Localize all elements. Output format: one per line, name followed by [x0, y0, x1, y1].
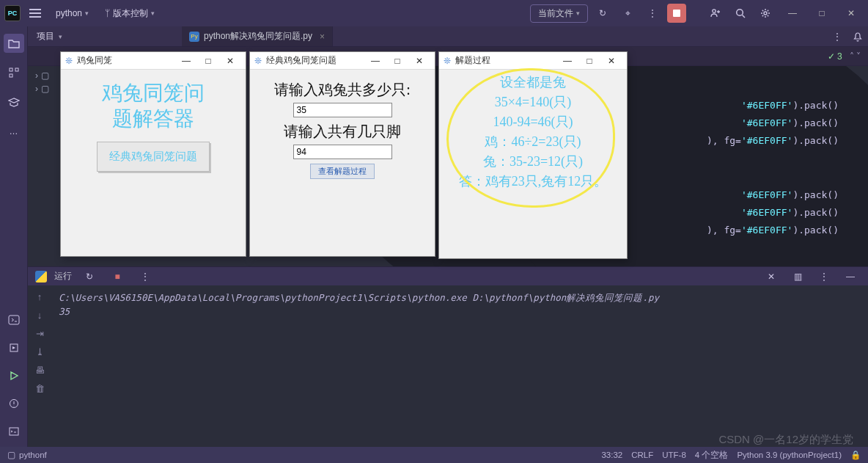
close-button[interactable]: ✕ — [600, 56, 622, 66]
left-tool-rail: … — [0, 26, 28, 447]
tk-window-title: 鸡兔同笼 — [77, 55, 112, 66]
vcs-menu[interactable]: ᛘ 版本控制▾ — [99, 4, 161, 23]
maximize-button[interactable]: □ — [578, 56, 600, 66]
tk-titlebar[interactable]: ❊ 解题过程 — □ ✕ — [439, 52, 627, 70]
close-run-icon[interactable]: ✕ — [761, 267, 781, 286]
notifications-icon[interactable] — [847, 27, 868, 46]
ide-titlebar: PC python▾ ᛘ 版本控制▾ 当前文件▾ ↻ ⌖ ⋮ — □ ✕ — [0, 0, 868, 26]
trash-icon[interactable]: 🗑 — [35, 383, 45, 394]
minimize-button[interactable]: — — [780, 8, 805, 18]
tk-feather-icon: ❊ — [444, 56, 451, 66]
layout-icon[interactable]: ▥ — [787, 267, 808, 286]
minimize-button[interactable]: — — [364, 56, 386, 66]
code-line: ), fg='#6EF0FF').pack() — [707, 135, 839, 146]
legs-count-label: 请输入共有几只脚 — [256, 122, 429, 142]
problems-icon[interactable] — [4, 394, 24, 413]
interpreter-info[interactable]: Python 3.9 (pythonProject1) — [737, 451, 842, 459]
tk-body: 设全都是兔 35×4=140(只) 140-94=46(只) 鸡：46÷2=23… — [439, 70, 627, 258]
stop-run-icon[interactable]: ■ — [107, 267, 128, 286]
tree-item[interactable]: ▢ — [41, 84, 49, 94]
maximize-button[interactable]: □ — [809, 8, 834, 18]
soft-wrap-icon[interactable]: ⇥ — [36, 328, 44, 339]
lock-icon[interactable]: 🔒 — [850, 450, 861, 460]
close-button[interactable]: ✕ — [408, 56, 430, 66]
search-icon[interactable] — [730, 4, 751, 23]
minimize-button[interactable]: — — [556, 56, 578, 66]
more-icon[interactable]: ⋮ — [642, 4, 663, 23]
run-output-line: C:\Users\VAS6150E\AppData\Local\Programs… — [59, 291, 861, 305]
tk-feather-icon: ❊ — [254, 56, 262, 66]
tree-item[interactable]: ▢ — [41, 70, 49, 81]
close-tab-icon[interactable]: × — [320, 32, 325, 42]
run-config-select[interactable]: 当前文件▾ — [530, 4, 588, 23]
structure-tool-icon[interactable] — [4, 63, 24, 82]
settings-icon[interactable] — [755, 4, 776, 23]
stop-button[interactable] — [667, 4, 686, 23]
svg-line-2 — [743, 15, 746, 18]
code-line: ), fg='#6EF0FF').pack() — [707, 225, 839, 236]
chevron-down-icon: ▾ — [85, 10, 89, 17]
inspections-passed-icon[interactable]: ✓ 3 — [828, 51, 842, 62]
line-separator[interactable]: CRLF — [631, 451, 653, 459]
down-arrow-icon[interactable]: ↓ — [37, 310, 43, 321]
terminal-icon[interactable] — [4, 422, 24, 441]
file-encoding[interactable]: UTF-8 — [662, 451, 686, 459]
solution-line: 鸡：46÷2=23(只) — [445, 132, 621, 152]
watermark: CSDN @一名12岁的学生党 — [718, 433, 853, 447]
run-console[interactable]: C:\Users\VAS6150E\AppData\Local\Programs… — [51, 285, 868, 447]
run-more-icon[interactable]: ⋮ — [814, 267, 834, 286]
chevron-up-down-icon[interactable]: ˄ ˅ — [850, 51, 861, 62]
tk-window-solution[interactable]: ❊ 解题过程 — □ ✕ 设全都是兔 35×4=140(只) 140-94=46… — [438, 51, 628, 259]
run-output-line: 35 — [59, 305, 861, 319]
tk-window-title: 解题过程 — [455, 55, 490, 66]
branch-icon: ᛘ — [105, 8, 110, 18]
hide-run-icon[interactable]: — — [840, 267, 861, 286]
project-menu[interactable]: python▾ — [50, 5, 95, 21]
view-solution-button[interactable]: 查看解题过程 — [310, 164, 375, 179]
status-project[interactable]: ▢ pythonf — [7, 450, 47, 460]
more-icon[interactable]: ⋮ — [135, 267, 155, 286]
scroll-end-icon[interactable]: ⤓ — [36, 346, 44, 357]
more-tools-icon[interactable]: … — [4, 122, 24, 141]
learn-tool-icon[interactable] — [4, 92, 24, 112]
chevron-down-icon: ▾ — [59, 33, 62, 40]
svg-point-0 — [713, 10, 716, 12]
indent-info[interactable]: 4 个空格 — [695, 450, 729, 461]
main-menu-button[interactable] — [25, 4, 45, 23]
chevron-right-icon: › — [35, 70, 38, 81]
tk-heading: 鸡兔同笼问题解答器 — [67, 80, 240, 131]
services-icon[interactable] — [4, 338, 24, 357]
status-bar: ▢ pythonf 33:32 CRLF UTF-8 4 个空格 Python … — [0, 447, 868, 463]
pycharm-logo: PC — [4, 5, 21, 21]
close-button[interactable]: ✕ — [219, 56, 241, 66]
project-toolwindow-header[interactable]: 项目 ▾ — [28, 30, 182, 43]
project-tree[interactable]: › ▢ › ▢ — [35, 70, 49, 94]
classic-problem-button[interactable]: 经典鸡兔同笼问题 — [97, 142, 210, 172]
run-output: ↑ ↓ ⇥ ⤓ 🖶 🗑 C:\Users\VAS6150E\AppData\Lo… — [28, 285, 868, 447]
collab-icon[interactable] — [705, 4, 726, 23]
heads-count-input[interactable] — [293, 103, 392, 117]
maximize-button[interactable]: □ — [197, 56, 219, 66]
print-icon[interactable]: 🖶 — [35, 365, 45, 376]
caret-position[interactable]: 33:32 — [601, 451, 622, 459]
run-tool-icon[interactable] — [4, 366, 24, 385]
rerun-icon[interactable]: ↻ — [592, 4, 613, 23]
rerun-icon[interactable]: ↻ — [79, 267, 100, 286]
tk-window-input[interactable]: ❊ 经典鸡兔同笼问题 — □ ✕ 请输入鸡兔共多少只: 请输入共有几只脚 查看解… — [249, 51, 435, 257]
project-tool-icon[interactable] — [4, 34, 24, 53]
python-console-icon[interactable] — [4, 310, 24, 329]
legs-count-input[interactable] — [293, 145, 392, 159]
tk-window-main[interactable]: ❊ 鸡兔同笼 — □ ✕ 鸡兔同笼问题解答器 经典鸡兔同笼问题 — [60, 51, 246, 257]
close-button[interactable]: ✕ — [839, 8, 864, 18]
debug-icon[interactable]: ⌖ — [617, 4, 638, 23]
up-arrow-icon[interactable]: ↑ — [37, 291, 43, 302]
file-tab[interactable]: Py python解决鸡兔同笼问题.py × — [182, 26, 333, 46]
python-file-icon: Py — [189, 32, 199, 42]
tk-titlebar[interactable]: ❊ 经典鸡兔同笼问题 — □ ✕ — [250, 52, 435, 70]
tabs-more-icon[interactable]: ⋮ — [827, 27, 847, 46]
code-line: '#6EF0FF').pack() — [741, 207, 839, 218]
svg-point-1 — [737, 10, 743, 16]
maximize-button[interactable]: □ — [386, 56, 408, 66]
tk-titlebar[interactable]: ❊ 鸡兔同笼 — □ ✕ — [61, 52, 246, 70]
minimize-button[interactable]: — — [175, 56, 197, 66]
